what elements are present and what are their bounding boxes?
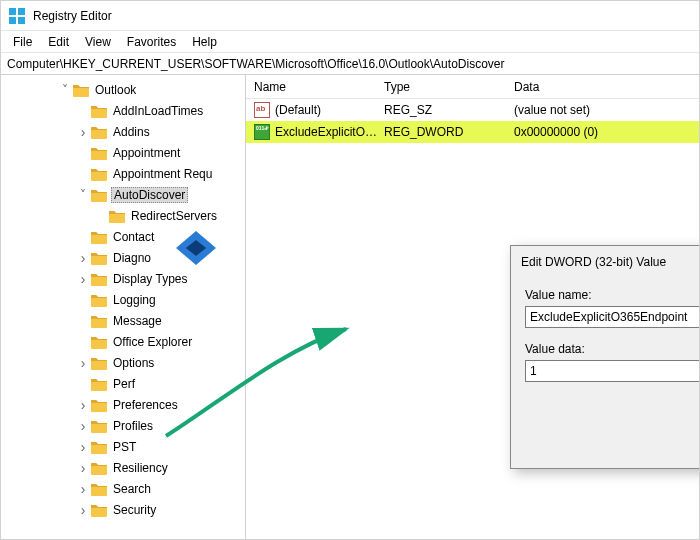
- dialog-title: Edit DWORD (32-bit) Value: [521, 255, 666, 269]
- regedit-icon: [9, 8, 25, 24]
- tree-item[interactable]: Preferences: [1, 394, 245, 415]
- chevron-right-icon[interactable]: [77, 271, 89, 287]
- tree-item[interactable]: Options: [1, 352, 245, 373]
- tree-item[interactable]: Appointment: [1, 142, 245, 163]
- tree-item[interactable]: Perf: [1, 373, 245, 394]
- address-bar[interactable]: Computer\HKEY_CURRENT_USER\SOFTWARE\Micr…: [1, 53, 699, 75]
- chevron-down-icon[interactable]: [77, 188, 89, 202]
- folder-icon: [91, 188, 107, 202]
- tree-label: Office Explorer: [111, 335, 194, 349]
- folder-icon: [91, 146, 107, 160]
- folder-icon: [91, 356, 107, 370]
- tree-label: Message: [111, 314, 164, 328]
- folder-icon: [91, 461, 107, 475]
- tree-item[interactable]: AddInLoadTimes: [1, 100, 245, 121]
- col-header-name[interactable]: Name: [246, 80, 376, 94]
- address-path: Computer\HKEY_CURRENT_USER\SOFTWARE\Micr…: [7, 57, 504, 71]
- folder-icon: [91, 482, 107, 496]
- tree-label: AddInLoadTimes: [111, 104, 205, 118]
- tree-item[interactable]: Office Explorer: [1, 331, 245, 352]
- svg-rect-0: [9, 8, 16, 15]
- folder-icon: [91, 293, 107, 307]
- value-name-label: Value name:: [525, 288, 699, 302]
- tree-label: Addins: [111, 125, 152, 139]
- value-name-field[interactable]: [525, 306, 699, 328]
- folder-icon: [91, 335, 107, 349]
- folder-icon: [91, 251, 107, 265]
- tree-item[interactable]: Search: [1, 478, 245, 499]
- tree-label: AutoDiscover: [111, 187, 188, 203]
- value-name: (Default): [275, 103, 321, 117]
- tree-label: Resiliency: [111, 461, 170, 475]
- folder-icon: [91, 377, 107, 391]
- chevron-right-icon[interactable]: [77, 397, 89, 413]
- app-title: Registry Editor: [33, 9, 112, 23]
- tree-label: Diagno: [111, 251, 153, 265]
- tree-item[interactable]: Profiles: [1, 415, 245, 436]
- tree-item[interactable]: Resiliency: [1, 457, 245, 478]
- chevron-right-icon[interactable]: [77, 355, 89, 371]
- value-data: 0x00000000 (0): [506, 125, 699, 139]
- tree-label: Profiles: [111, 419, 155, 433]
- menu-favorites[interactable]: Favorites: [119, 33, 184, 51]
- tree-label: Preferences: [111, 398, 180, 412]
- folder-icon: [91, 503, 107, 517]
- chevron-down-icon[interactable]: [59, 83, 71, 97]
- tree-label: Contact: [111, 230, 156, 244]
- tree-label: Display Types: [111, 272, 189, 286]
- folder-icon: [91, 167, 107, 181]
- folder-icon: [91, 272, 107, 286]
- chevron-right-icon[interactable]: [77, 481, 89, 497]
- list-header: Name Type Data: [246, 75, 699, 99]
- tree-pane[interactable]: Outlook AddInLoadTimesAddinsAppointmentA…: [1, 75, 246, 539]
- tree-label: Perf: [111, 377, 137, 391]
- folder-icon: [91, 398, 107, 412]
- chevron-right-icon[interactable]: [77, 250, 89, 266]
- value-name: ExcludeExplicitO…: [275, 125, 376, 139]
- folder-icon: [91, 419, 107, 433]
- tree-label: Options: [111, 356, 156, 370]
- value-type: REG_DWORD: [376, 125, 506, 139]
- menu-help[interactable]: Help: [184, 33, 225, 51]
- chevron-right-icon[interactable]: [77, 418, 89, 434]
- chevron-right-icon[interactable]: [77, 124, 89, 140]
- tree-item[interactable]: AutoDiscover: [1, 184, 245, 205]
- folder-icon: [91, 104, 107, 118]
- menu-view[interactable]: View: [77, 33, 119, 51]
- tree-label: Outlook: [93, 83, 138, 97]
- value-data: (value not set): [506, 103, 699, 117]
- menu-edit[interactable]: Edit: [40, 33, 77, 51]
- value-data-field[interactable]: [525, 360, 699, 382]
- tree-label: Search: [111, 482, 153, 496]
- folder-icon: [109, 209, 125, 223]
- tree-item[interactable]: PST: [1, 436, 245, 457]
- col-header-data[interactable]: Data: [506, 80, 699, 94]
- tree-item[interactable]: Logging: [1, 289, 245, 310]
- chevron-right-icon[interactable]: [77, 460, 89, 476]
- chevron-right-icon[interactable]: [77, 439, 89, 455]
- tree-item[interactable]: Diagno: [1, 247, 245, 268]
- tree-item[interactable]: Addins: [1, 121, 245, 142]
- menu-file[interactable]: File: [5, 33, 40, 51]
- titlebar: Registry Editor: [1, 1, 699, 31]
- list-row[interactable]: (Default)REG_SZ(value not set): [246, 99, 699, 121]
- tree-item[interactable]: Security: [1, 499, 245, 520]
- tree-item[interactable]: Message: [1, 310, 245, 331]
- tree-label: Appointment: [111, 146, 182, 160]
- svg-rect-1: [18, 8, 25, 15]
- svg-rect-3: [18, 17, 25, 24]
- col-header-type[interactable]: Type: [376, 80, 506, 94]
- menubar: File Edit View Favorites Help: [1, 31, 699, 53]
- svg-rect-2: [9, 17, 16, 24]
- tree-root-outlook[interactable]: Outlook: [1, 79, 245, 100]
- folder-icon: [91, 440, 107, 454]
- tree-item[interactable]: Appointment Requ: [1, 163, 245, 184]
- folder-icon: [91, 314, 107, 328]
- tree-item[interactable]: Contact: [1, 226, 245, 247]
- list-row[interactable]: ExcludeExplicitO…REG_DWORD0x00000000 (0): [246, 121, 699, 143]
- tree-label: RedirectServers: [129, 209, 219, 223]
- tree-item[interactable]: RedirectServers: [1, 205, 245, 226]
- tree-label: Security: [111, 503, 158, 517]
- chevron-right-icon[interactable]: [77, 502, 89, 518]
- tree-item[interactable]: Display Types: [1, 268, 245, 289]
